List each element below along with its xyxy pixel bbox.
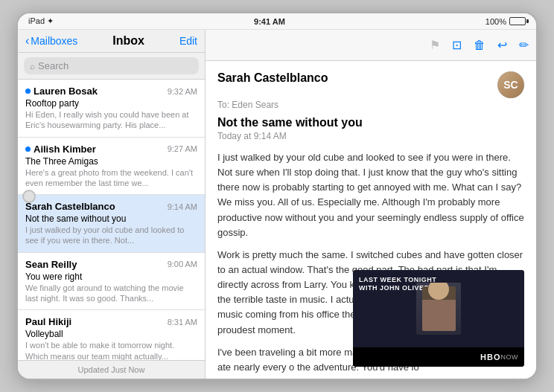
- email-item-preview: I won't be able to make it tomorrow nigh…: [25, 340, 197, 360]
- email-item-subject: Volleyball: [25, 329, 197, 339]
- email-time: 9:14 AM: [168, 202, 197, 211]
- hbo-now-label: NOW: [501, 353, 519, 361]
- person-silhouette: [422, 286, 456, 331]
- video-person: [416, 283, 461, 335]
- email-item-header: Sean Reilly 9:00 AM: [25, 259, 197, 270]
- inbox-title: Inbox: [112, 34, 144, 48]
- email-items-list: Lauren Bosak 9:32 AM Rooftop party Hi Ed…: [18, 80, 205, 360]
- battery-percent: 100%: [485, 17, 506, 26]
- email-item-header: Ailish Kimber 9:27 AM: [25, 144, 197, 155]
- email-sender: Paul Hikiji: [25, 316, 71, 327]
- body-paragraph: I just walked by your old cube and looke…: [217, 150, 524, 240]
- email-sender: Lauren Bosak: [25, 86, 98, 97]
- search-icon: ⌕: [30, 61, 35, 71]
- email-list-panel: ‹ Mailboxes Inbox Edit ⌕ Search Lauren B…: [18, 30, 206, 379]
- main-content: ‹ Mailboxes Inbox Edit ⌕ Search Lauren B…: [18, 30, 536, 379]
- avatar: SC: [497, 71, 524, 98]
- status-bar: iPad ✦ 9:41 AM 100%: [18, 13, 536, 30]
- email-item-subject: Not the same without you: [25, 213, 197, 224]
- reply-icon[interactable]: ↩: [497, 38, 507, 52]
- trash-icon[interactable]: 🗑: [474, 39, 485, 52]
- email-time: 9:00 AM: [168, 260, 197, 269]
- email-item-preview: Here's a great photo from the weekend. I…: [25, 167, 197, 189]
- email-detail-panel: ⚑ ⊡ 🗑 ↩ ✏ Sarah Castelblanco SC To: Eden…: [206, 30, 536, 379]
- from-name: Sarah Castelblanco: [217, 71, 328, 85]
- compose-icon[interactable]: ✏: [519, 38, 529, 52]
- hbo-brand: HBO: [480, 353, 500, 362]
- edit-button[interactable]: Edit: [179, 35, 197, 47]
- email-time: 8:31 AM: [168, 318, 197, 327]
- email-item-header: Sarah Castelblanco 9:14 AM: [25, 201, 197, 212]
- email-item-preview: Hi Eden, I really wish you could have be…: [25, 109, 197, 131]
- video-footer: HBO NOW: [353, 347, 524, 367]
- battery-icon: [509, 17, 526, 25]
- status-time: 9:41 AM: [254, 17, 285, 26]
- detail-body: Sarah Castelblanco SC To: Eden Sears Not…: [206, 61, 536, 379]
- video-embed[interactable]: LAST WEEK TONIGHT WITH JOHN OLIVER HBO N…: [353, 270, 524, 367]
- email-from-line: Sarah Castelblanco SC: [217, 71, 524, 98]
- search-bar-wrap: ⌕ Search: [18, 53, 205, 80]
- back-to-mailboxes[interactable]: ‹ Mailboxes: [25, 35, 77, 47]
- search-placeholder: Search: [38, 60, 69, 71]
- avatar-image: SC: [497, 71, 524, 98]
- email-item-subject: You were right: [25, 271, 197, 282]
- email-item-subject: The Three Amigas: [25, 156, 197, 167]
- email-date-line: Today at 9:14 AM: [217, 131, 524, 141]
- email-item-header: Paul Hikiji 8:31 AM: [25, 316, 197, 327]
- mailboxes-label: Mailboxes: [31, 35, 77, 47]
- ipad-frame: iPad ✦ 9:41 AM 100% ‹ Mailboxes Inbox Ed…: [16, 12, 538, 380]
- email-list-header: ‹ Mailboxes Inbox Edit: [18, 30, 205, 53]
- email-item-header: Lauren Bosak 9:32 AM: [25, 86, 197, 97]
- email-item-subject: Rooftop party: [25, 98, 197, 109]
- email-item-preview: I just walked by your old cube and looke…: [25, 225, 197, 246]
- video-main: LAST WEEK TONIGHT WITH JOHN OLIVER: [353, 270, 524, 347]
- email-time: 9:32 AM: [168, 87, 197, 96]
- search-bar[interactable]: ⌕ Search: [24, 57, 199, 74]
- email-list-item[interactable]: Ailish Kimber 9:27 AM The Three Amigas H…: [18, 138, 205, 196]
- email-subject-line: Not the same without you: [217, 116, 524, 129]
- to-line: To: Eden Sears: [217, 100, 524, 110]
- email-list-item[interactable]: Sarah Castelblanco 9:14 AM Not the same …: [18, 195, 205, 253]
- detail-toolbar: ⚑ ⊡ 🗑 ↩ ✏: [206, 30, 536, 61]
- ipad-label: iPad ✦: [28, 16, 54, 26]
- video-title: LAST WEEK TONIGHT: [359, 276, 436, 284]
- email-item-preview: We finally got around to watching the mo…: [25, 283, 197, 304]
- email-list-item[interactable]: Sean Reilly 9:00 AM You were right We fi…: [18, 253, 205, 311]
- status-right: 100%: [485, 17, 526, 26]
- status-left: iPad ✦: [28, 16, 54, 26]
- back-chevron-icon: ‹: [25, 35, 29, 47]
- flag-icon[interactable]: ⚑: [430, 38, 440, 52]
- email-list-footer: Updated Just Now: [18, 360, 205, 379]
- email-sender: Ailish Kimber: [25, 144, 96, 155]
- email-list-item[interactable]: Paul Hikiji 8:31 AM Volleyball I won't b…: [18, 310, 205, 360]
- email-sender: Sean Reilly: [25, 259, 77, 270]
- email-time: 9:27 AM: [168, 144, 197, 153]
- email-list-item[interactable]: Lauren Bosak 9:32 AM Rooftop party Hi Ed…: [18, 80, 205, 138]
- home-button[interactable]: [22, 190, 36, 203]
- email-sender: Sarah Castelblanco: [25, 201, 115, 212]
- folder-icon[interactable]: ⊡: [452, 38, 462, 52]
